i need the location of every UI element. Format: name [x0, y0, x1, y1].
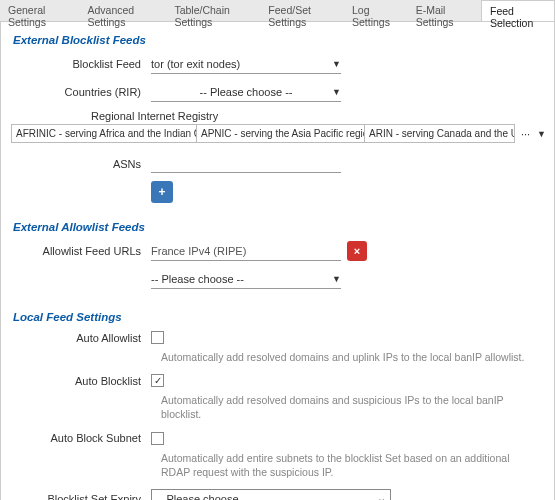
chevron-down-icon: ▼	[332, 87, 341, 97]
allowlist-url-field[interactable]: France IPv4 (RIPE)	[151, 241, 341, 261]
auto-blocklist-label: Auto Blocklist	[11, 375, 151, 387]
chevron-down-icon: ▼	[332, 274, 341, 284]
blocklist-expiry-value: -- Please choose --	[156, 493, 249, 500]
tab-email[interactable]: E-Mail Settings	[408, 0, 481, 21]
tab-advanced[interactable]: Advanced Settings	[79, 0, 166, 21]
asns-input[interactable]	[151, 155, 341, 173]
allowlist-urls-label: Allowlist Feed URLs	[11, 245, 151, 257]
allowlist-extra-select[interactable]: -- Please choose -- ▼	[151, 269, 341, 289]
add-asn-button[interactable]: +	[151, 181, 173, 203]
panel: External Blocklist Feeds Blocklist Feed …	[0, 22, 555, 500]
chevron-down-icon: ▼	[332, 59, 341, 69]
tab-feed-set[interactable]: Feed/Set Settings	[260, 0, 344, 21]
auto-blocklist-checkbox[interactable]: ✓	[151, 374, 164, 387]
auto-block-subnet-label: Auto Block Subnet	[11, 432, 151, 444]
auto-block-subnet-help: Automatically add entire subnets to the …	[161, 451, 541, 479]
auto-blocklist-help: Automatically add resolved domains and s…	[161, 393, 541, 421]
rir-multiselect[interactable]: AFRINIC - serving Africa and the Indian …	[11, 124, 544, 143]
countries-label: Countries (RIR)	[11, 86, 151, 98]
allowlist-url-value: France IPv4 (RIPE)	[151, 245, 246, 257]
blocklist-expiry-select[interactable]: -- Please choose -- ⌄	[151, 489, 391, 500]
ellipsis-icon: ···	[521, 128, 530, 140]
tabbar: General Settings Advanced Settings Table…	[0, 0, 555, 22]
auto-allowlist-checkbox[interactable]	[151, 331, 164, 344]
tab-table-chain[interactable]: Table/Chain Settings	[166, 0, 260, 21]
rir-option-apnic[interactable]: APNIC - serving the Asia Pacific region	[197, 124, 365, 143]
tab-log[interactable]: Log Settings	[344, 0, 408, 21]
blocklist-feed-value: tor (tor exit nodes)	[151, 58, 240, 70]
countries-value: -- Please choose --	[200, 86, 293, 98]
chevron-down-icon: ⌄	[377, 492, 386, 500]
auto-allowlist-help: Automatically add resolved domains and u…	[161, 350, 541, 364]
allowlist-extra-value: -- Please choose --	[151, 273, 244, 285]
remove-allowlist-button[interactable]: ×	[347, 241, 367, 261]
tab-general[interactable]: General Settings	[0, 0, 79, 21]
asns-label: ASNs	[11, 158, 151, 170]
blocklist-feed-label: Blocklist Feed	[11, 58, 151, 70]
section-ext-allow: External Allowlist Feeds	[13, 221, 544, 233]
rir-option-arin[interactable]: ARIN - serving Canada and the United Sta…	[365, 124, 515, 143]
auto-allowlist-label: Auto Allowlist	[11, 332, 151, 344]
auto-block-subnet-checkbox[interactable]	[151, 432, 164, 445]
section-local: Local Feed Settings	[13, 311, 544, 323]
tab-feed-selection[interactable]: Feed Selection	[481, 0, 555, 21]
chevron-down-icon[interactable]: ▼	[537, 129, 546, 139]
blocklist-feed-select[interactable]: tor (tor exit nodes) ▼	[151, 54, 341, 74]
rir-label: Regional Internet Registry	[11, 110, 218, 122]
rir-option-afrinic[interactable]: AFRINIC - serving Africa and the Indian …	[11, 124, 197, 143]
section-ext-block: External Blocklist Feeds	[13, 34, 544, 46]
countries-select[interactable]: -- Please choose -- ▼	[151, 82, 341, 102]
blocklist-expiry-label: Blocklist Set Expiry	[11, 493, 151, 500]
